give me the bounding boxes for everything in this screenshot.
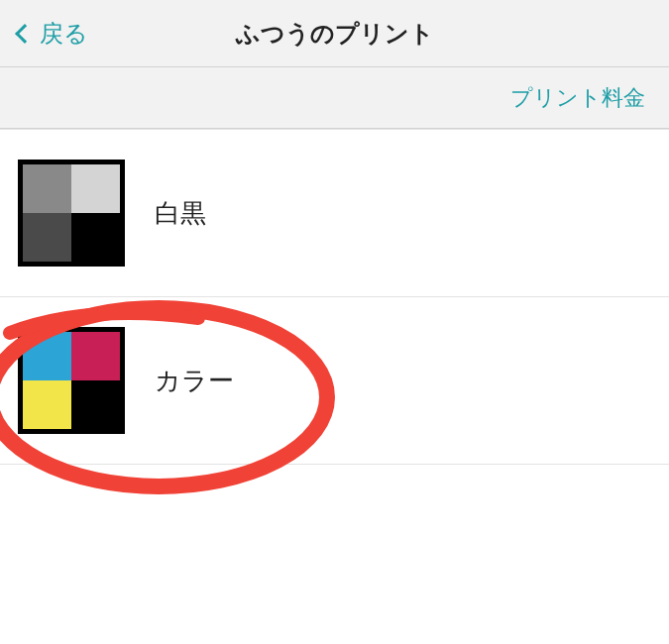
option-label: カラー: [155, 364, 234, 398]
option-row-color[interactable]: カラー: [0, 297, 669, 464]
color-swatch-icon: [18, 327, 125, 434]
options-list: 白黒 カラー: [0, 129, 669, 465]
grayscale-swatch-icon: [18, 160, 125, 267]
option-row-bw[interactable]: 白黒: [0, 130, 669, 297]
price-link[interactable]: プリント料金: [510, 83, 645, 113]
option-label: 白黒: [155, 196, 206, 231]
back-button-label: 戻る: [40, 18, 88, 50]
page-title: ふつうのプリント: [236, 18, 434, 50]
price-bar: プリント料金: [0, 67, 669, 129]
navigation-bar: 戻る ふつうのプリント: [0, 0, 669, 67]
back-button[interactable]: 戻る: [0, 18, 106, 50]
chevron-left-icon: [15, 24, 35, 44]
